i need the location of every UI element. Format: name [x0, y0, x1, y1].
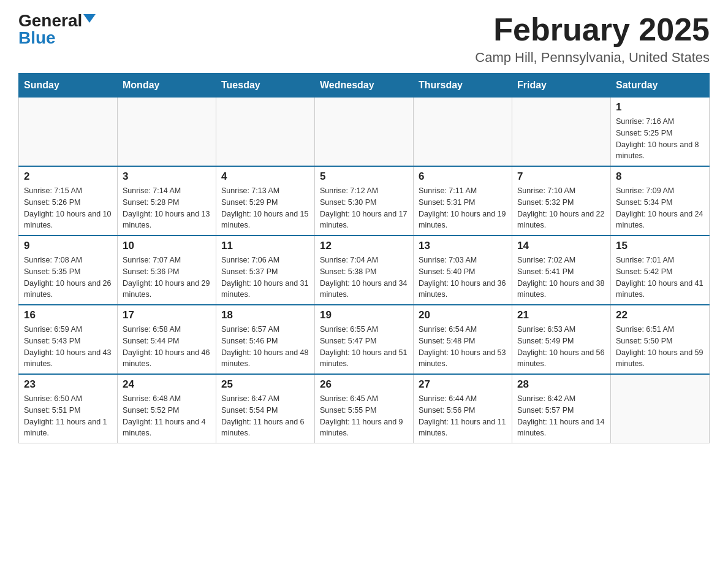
day-number: 1	[616, 101, 704, 113]
day-number: 23	[24, 378, 112, 391]
day-info-text: Sunrise: 7:03 AM Sunset: 5:40 PM Dayligh…	[419, 255, 507, 301]
day-info-text: Sunrise: 6:48 AM Sunset: 5:52 PM Dayligh…	[123, 393, 211, 439]
day-info-text: Sunrise: 7:01 AM Sunset: 5:42 PM Dayligh…	[616, 255, 704, 301]
calendar-header-row: SundayMondayTuesdayWednesdayThursdayFrid…	[19, 74, 710, 98]
day-info-text: Sunrise: 7:02 AM Sunset: 5:41 PM Dayligh…	[517, 255, 605, 301]
location-subtitle: Camp Hill, Pennsylvania, United States	[475, 50, 710, 66]
column-header-thursday: Thursday	[414, 74, 512, 98]
day-info-text: Sunrise: 6:51 AM Sunset: 5:50 PM Dayligh…	[616, 324, 704, 370]
day-number: 22	[616, 309, 704, 321]
day-number: 14	[517, 240, 605, 252]
day-info-text: Sunrise: 6:55 AM Sunset: 5:47 PM Dayligh…	[320, 324, 408, 370]
calendar-day-cell: 1Sunrise: 7:16 AM Sunset: 5:25 PM Daylig…	[611, 98, 710, 167]
calendar-day-cell: 21Sunrise: 6:53 AM Sunset: 5:49 PM Dayli…	[512, 305, 611, 374]
calendar-day-cell: 24Sunrise: 6:48 AM Sunset: 5:52 PM Dayli…	[118, 374, 216, 443]
logo: General Blue	[18, 12, 96, 47]
calendar-day-cell: 13Sunrise: 7:03 AM Sunset: 5:40 PM Dayli…	[414, 236, 512, 305]
calendar-day-cell: 12Sunrise: 7:04 AM Sunset: 5:38 PM Dayli…	[315, 236, 414, 305]
day-info-text: Sunrise: 6:47 AM Sunset: 5:54 PM Dayligh…	[221, 393, 309, 439]
logo-triangle-icon	[83, 14, 96, 23]
day-number: 6	[419, 170, 507, 183]
day-info-text: Sunrise: 7:08 AM Sunset: 5:35 PM Dayligh…	[24, 255, 112, 301]
day-info-text: Sunrise: 7:14 AM Sunset: 5:28 PM Dayligh…	[123, 185, 211, 231]
day-number: 8	[616, 170, 704, 183]
calendar-day-cell	[19, 98, 118, 167]
calendar-day-cell: 18Sunrise: 6:57 AM Sunset: 5:46 PM Dayli…	[216, 305, 315, 374]
day-info-text: Sunrise: 6:45 AM Sunset: 5:55 PM Dayligh…	[320, 393, 408, 439]
day-info-text: Sunrise: 7:07 AM Sunset: 5:36 PM Dayligh…	[123, 255, 211, 301]
calendar-day-cell	[611, 374, 710, 443]
calendar-day-cell: 22Sunrise: 6:51 AM Sunset: 5:50 PM Dayli…	[611, 305, 710, 374]
day-number: 13	[419, 240, 507, 252]
day-number: 21	[517, 309, 605, 321]
calendar-day-cell: 25Sunrise: 6:47 AM Sunset: 5:54 PM Dayli…	[216, 374, 315, 443]
column-header-tuesday: Tuesday	[216, 74, 315, 98]
title-block: February 2025 Camp Hill, Pennsylvania, U…	[475, 12, 710, 66]
day-number: 24	[123, 378, 211, 391]
calendar-day-cell	[216, 98, 315, 167]
page-header: General Blue February 2025 Camp Hill, Pe…	[18, 12, 710, 66]
calendar-day-cell: 6Sunrise: 7:11 AM Sunset: 5:31 PM Daylig…	[414, 166, 512, 236]
logo-blue-text: Blue	[18, 29, 56, 47]
day-info-text: Sunrise: 6:57 AM Sunset: 5:46 PM Dayligh…	[221, 324, 309, 370]
calendar-day-cell: 4Sunrise: 7:13 AM Sunset: 5:29 PM Daylig…	[216, 166, 315, 236]
day-info-text: Sunrise: 7:15 AM Sunset: 5:26 PM Dayligh…	[24, 185, 112, 231]
calendar-day-cell: 20Sunrise: 6:54 AM Sunset: 5:48 PM Dayli…	[414, 305, 512, 374]
calendar-day-cell: 7Sunrise: 7:10 AM Sunset: 5:32 PM Daylig…	[512, 166, 611, 236]
calendar-day-cell: 9Sunrise: 7:08 AM Sunset: 5:35 PM Daylig…	[19, 236, 118, 305]
day-info-text: Sunrise: 6:58 AM Sunset: 5:44 PM Dayligh…	[123, 324, 211, 370]
day-number: 25	[221, 378, 309, 391]
day-number: 11	[221, 240, 309, 252]
day-number: 2	[24, 170, 112, 183]
day-number: 19	[320, 309, 408, 321]
day-info-text: Sunrise: 7:09 AM Sunset: 5:34 PM Dayligh…	[616, 185, 704, 231]
calendar-day-cell: 2Sunrise: 7:15 AM Sunset: 5:26 PM Daylig…	[19, 166, 118, 236]
day-number: 18	[221, 309, 309, 321]
calendar-week-row: 1Sunrise: 7:16 AM Sunset: 5:25 PM Daylig…	[19, 98, 710, 167]
logo-general-text: General	[18, 12, 82, 29]
calendar-day-cell: 19Sunrise: 6:55 AM Sunset: 5:47 PM Dayli…	[315, 305, 414, 374]
day-number: 27	[419, 378, 507, 391]
day-number: 28	[517, 378, 605, 391]
day-info-text: Sunrise: 6:54 AM Sunset: 5:48 PM Dayligh…	[419, 324, 507, 370]
day-info-text: Sunrise: 6:59 AM Sunset: 5:43 PM Dayligh…	[24, 324, 112, 370]
calendar-week-row: 23Sunrise: 6:50 AM Sunset: 5:51 PM Dayli…	[19, 374, 710, 443]
day-info-text: Sunrise: 7:16 AM Sunset: 5:25 PM Dayligh…	[616, 116, 704, 162]
calendar-day-cell	[512, 98, 611, 167]
calendar-week-row: 16Sunrise: 6:59 AM Sunset: 5:43 PM Dayli…	[19, 305, 710, 374]
calendar-day-cell: 17Sunrise: 6:58 AM Sunset: 5:44 PM Dayli…	[118, 305, 216, 374]
calendar-week-row: 2Sunrise: 7:15 AM Sunset: 5:26 PM Daylig…	[19, 166, 710, 236]
day-number: 12	[320, 240, 408, 252]
calendar-day-cell: 28Sunrise: 6:42 AM Sunset: 5:57 PM Dayli…	[512, 374, 611, 443]
column-header-monday: Monday	[118, 74, 216, 98]
day-info-text: Sunrise: 7:10 AM Sunset: 5:32 PM Dayligh…	[517, 185, 605, 231]
day-info-text: Sunrise: 6:50 AM Sunset: 5:51 PM Dayligh…	[24, 393, 112, 439]
calendar-day-cell	[315, 98, 414, 167]
day-number: 3	[123, 170, 211, 183]
day-number: 9	[24, 240, 112, 252]
day-info-text: Sunrise: 7:11 AM Sunset: 5:31 PM Dayligh…	[419, 185, 507, 231]
calendar-day-cell: 15Sunrise: 7:01 AM Sunset: 5:42 PM Dayli…	[611, 236, 710, 305]
day-info-text: Sunrise: 7:13 AM Sunset: 5:29 PM Dayligh…	[221, 185, 309, 231]
calendar-day-cell: 11Sunrise: 7:06 AM Sunset: 5:37 PM Dayli…	[216, 236, 315, 305]
day-number: 10	[123, 240, 211, 252]
calendar-week-row: 9Sunrise: 7:08 AM Sunset: 5:35 PM Daylig…	[19, 236, 710, 305]
day-number: 16	[24, 309, 112, 321]
day-number: 5	[320, 170, 408, 183]
calendar-table: SundayMondayTuesdayWednesdayThursdayFrid…	[18, 73, 710, 443]
calendar-day-cell: 5Sunrise: 7:12 AM Sunset: 5:30 PM Daylig…	[315, 166, 414, 236]
day-number: 20	[419, 309, 507, 321]
calendar-day-cell: 23Sunrise: 6:50 AM Sunset: 5:51 PM Dayli…	[19, 374, 118, 443]
day-info-text: Sunrise: 7:04 AM Sunset: 5:38 PM Dayligh…	[320, 255, 408, 301]
column-header-friday: Friday	[512, 74, 611, 98]
day-number: 4	[221, 170, 309, 183]
day-info-text: Sunrise: 7:06 AM Sunset: 5:37 PM Dayligh…	[221, 255, 309, 301]
day-info-text: Sunrise: 6:42 AM Sunset: 5:57 PM Dayligh…	[517, 393, 605, 439]
column-header-wednesday: Wednesday	[315, 74, 414, 98]
column-header-saturday: Saturday	[611, 74, 710, 98]
day-info-text: Sunrise: 6:53 AM Sunset: 5:49 PM Dayligh…	[517, 324, 605, 370]
day-number: 15	[616, 240, 704, 252]
day-number: 17	[123, 309, 211, 321]
day-info-text: Sunrise: 6:44 AM Sunset: 5:56 PM Dayligh…	[419, 393, 507, 439]
column-header-sunday: Sunday	[19, 74, 118, 98]
